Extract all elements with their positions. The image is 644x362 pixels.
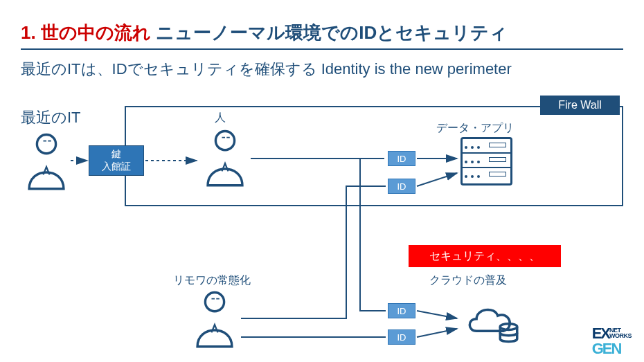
svg-line-10	[417, 329, 457, 337]
person-icon-inside	[201, 128, 249, 187]
key-line2: 入館証	[102, 161, 131, 173]
exgen-logo: EXNETWORKS GEN	[592, 326, 632, 356]
label-remote: リモワの常態化	[173, 273, 251, 288]
label-cloud: クラウドの普及	[429, 273, 507, 288]
logo-gen: GEN	[592, 340, 621, 357]
heading-underline	[21, 48, 623, 50]
id-badge-2: ID	[388, 179, 415, 194]
id-badge-3: ID	[388, 303, 415, 318]
server-icon	[460, 137, 512, 185]
security-badge: セキュリティ、、、、	[409, 245, 561, 267]
firewall-label: Fire Wall	[540, 96, 620, 115]
heading-red-text: 世の中の流れ	[41, 22, 151, 43]
firewall-boundary	[125, 106, 623, 206]
cloud-db-icon	[460, 298, 523, 346]
id-badge-4: ID	[388, 329, 415, 345]
person-icon-outside	[22, 132, 71, 190]
svg-line-9	[417, 311, 457, 318]
person-icon-remote	[190, 289, 239, 348]
heading-number: 1.	[21, 22, 36, 43]
page-heading: 1. 世の中の流れ ニューノーマル環境でのIDとセキュリティ	[21, 21, 508, 45]
key-line1: 鍵	[111, 148, 121, 161]
recent-it-label: 最近のIT	[21, 107, 81, 128]
heading-blue-text: ニューノーマル環境でのIDとセキュリティ	[156, 22, 508, 43]
label-person: 人	[215, 111, 226, 125]
key-badge: 鍵 入館証	[89, 145, 144, 176]
id-badge-1: ID	[388, 151, 415, 166]
subtitle: 最近のITは、IDでセキュリティを確保する Identity is the ne…	[21, 59, 512, 80]
label-data-app: データ・アプリ	[436, 121, 514, 136]
logo-works: WORKS	[609, 332, 632, 339]
